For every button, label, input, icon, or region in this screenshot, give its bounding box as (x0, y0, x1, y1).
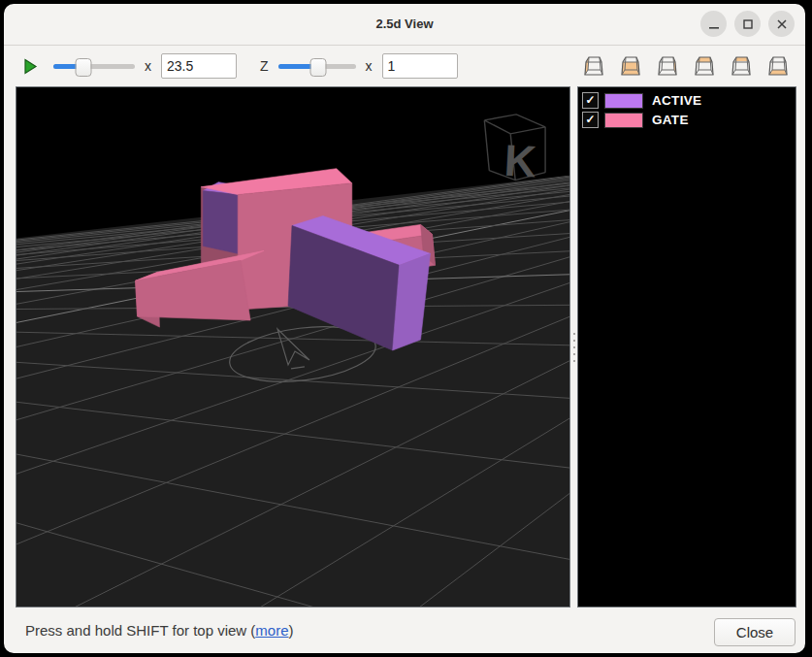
close-window-button[interactable] (768, 11, 795, 37)
z-scale-input[interactable] (382, 53, 458, 79)
maximize-button[interactable] (734, 11, 761, 37)
more-link[interactable]: more (255, 622, 288, 639)
toolbar: x Z x (4, 46, 805, 86)
status-suffix: ) (289, 622, 294, 639)
z-scale-slider[interactable] (278, 57, 356, 76)
status-message: Press and hold SHIFT for top view (more) (25, 611, 294, 653)
view-preset-buttons (580, 52, 792, 80)
cube-right-icon (655, 53, 680, 79)
title-bar[interactable]: 2.5d View (4, 4, 805, 46)
layer-label: GATE (652, 113, 689, 127)
cube-back-icon (729, 53, 754, 79)
magnification-slider[interactable] (53, 57, 135, 76)
view-top-button[interactable] (691, 52, 718, 80)
layer-color-swatch (604, 93, 643, 109)
magnification-input[interactable] (161, 53, 237, 79)
cube-left-icon (581, 53, 606, 79)
dialog-window: 2.5d View x Z (4, 4, 805, 653)
layer-legend-panel: ✓ACTIVE✓GATE (577, 86, 796, 608)
cube-top-icon (692, 53, 717, 79)
layer-visibility-checkbox[interactable]: ✓ (582, 92, 599, 109)
window-title: 2.5d View (4, 4, 805, 45)
legend-row-gate: ✓GATE (582, 112, 792, 128)
layer-color-swatch (604, 113, 643, 128)
z-x-label: x (366, 58, 373, 74)
view-back-button[interactable] (728, 52, 755, 80)
status-prefix: Press and hold SHIFT for top view ( (25, 622, 255, 639)
legend-row-active: ✓ACTIVE (582, 92, 792, 109)
close-button[interactable]: Close (714, 618, 796, 646)
layer-label: ACTIVE (652, 93, 701, 108)
layer-visibility-checkbox[interactable]: ✓ (582, 112, 599, 128)
3d-scene[interactable]: K (16, 87, 569, 607)
z-label: Z (260, 58, 269, 74)
cube-front-icon (618, 53, 643, 79)
svg-text:K: K (503, 136, 538, 187)
close-icon (776, 18, 788, 30)
slider-handle[interactable] (310, 58, 327, 77)
minimize-icon (708, 18, 720, 30)
play-icon (23, 58, 38, 75)
cube-bottom-icon (765, 53, 791, 79)
maximize-icon (742, 18, 754, 30)
play-button[interactable] (23, 58, 38, 75)
x-scale-label: x (145, 58, 151, 74)
view-left-button[interactable] (580, 52, 607, 80)
minimize-button[interactable] (700, 11, 727, 37)
view-bottom-button[interactable] (764, 52, 792, 80)
view-front-button[interactable] (617, 52, 644, 80)
3d-viewport[interactable]: K (16, 86, 570, 608)
status-bar: Press and hold SHIFT for top view (more)… (4, 611, 805, 653)
view-right-button[interactable] (654, 52, 681, 80)
slider-handle[interactable] (76, 58, 92, 77)
